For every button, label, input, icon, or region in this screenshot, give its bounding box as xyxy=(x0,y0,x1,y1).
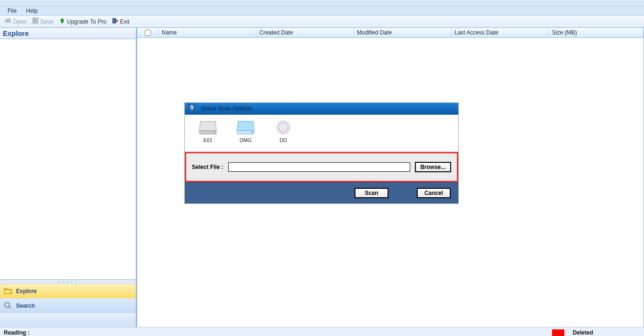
open-label: Open xyxy=(13,18,26,25)
svg-rect-2 xyxy=(34,21,37,23)
format-dd[interactable]: DD xyxy=(272,119,294,143)
format-dd-label: DD xyxy=(280,137,287,143)
svg-point-10 xyxy=(252,132,253,133)
menu-help[interactable]: Help xyxy=(21,7,42,15)
column-created[interactable]: Created Date xyxy=(256,28,354,37)
format-e01[interactable]: E01 xyxy=(197,119,219,143)
column-modified[interactable]: Modified Date xyxy=(354,28,452,37)
column-name[interactable]: Name xyxy=(159,28,256,37)
dialog-title-text: Select Scan Options xyxy=(201,105,252,112)
drive-blue-icon xyxy=(236,119,255,135)
column-select-all[interactable] xyxy=(137,28,159,37)
deleted-swatch xyxy=(552,329,564,336)
format-dmg[interactable]: DMG xyxy=(235,119,256,143)
shield-icon: S xyxy=(187,103,197,115)
column-header-row: Name Created Date Modified Date Last Acc… xyxy=(137,28,644,38)
upgrade-button[interactable]: Upgrade To Pro xyxy=(56,17,109,26)
menubar: File Help xyxy=(0,6,644,15)
toolbar: Open Save Upgrade To Pro Exit xyxy=(0,15,644,28)
dialog-titlebar[interactable]: S Select Scan Options xyxy=(185,103,458,115)
column-lastaccess[interactable]: Last Access Date xyxy=(452,28,549,37)
right-pane: Name Created Date Modified Date Last Acc… xyxy=(137,28,644,327)
disc-icon xyxy=(275,119,291,135)
sidebar-item-explore[interactable]: Explore xyxy=(0,284,136,299)
left-pane: Explore • • • • • Explore Search xyxy=(0,28,137,327)
arrow-up-icon xyxy=(59,17,66,25)
folder-icon xyxy=(4,287,12,296)
select-file-input[interactable] xyxy=(228,162,410,172)
scan-options-dialog: S Select Scan Options E01 xyxy=(184,102,459,204)
scan-button[interactable]: Scan xyxy=(355,188,388,198)
titlebar-strip xyxy=(0,0,644,6)
explore-nav-label: Explore xyxy=(16,288,37,294)
select-file-label: Select File : xyxy=(192,164,223,170)
sidebar-item-search[interactable]: Search xyxy=(0,299,136,313)
dialog-body: E01 DMG xyxy=(185,115,458,152)
select-all-checkbox[interactable] xyxy=(145,30,151,36)
drive-gray-icon xyxy=(198,119,217,135)
save-icon xyxy=(32,17,39,25)
nav-extra-band xyxy=(0,313,136,321)
select-file-band: Select File : Browse... xyxy=(185,152,458,182)
svg-point-8 xyxy=(214,132,215,133)
save-button[interactable]: Save xyxy=(29,17,56,26)
exit-button[interactable]: Exit xyxy=(109,17,132,26)
svg-line-5 xyxy=(9,307,11,309)
exit-icon xyxy=(112,17,119,25)
explore-header: Explore xyxy=(0,28,136,39)
upgrade-label: Upgrade To Pro xyxy=(67,18,107,25)
folder-open-icon xyxy=(5,17,11,25)
svg-point-13 xyxy=(281,126,285,129)
svg-text:S: S xyxy=(190,105,194,110)
cancel-button[interactable]: Cancel xyxy=(417,188,451,198)
tree-area xyxy=(0,39,136,280)
format-e01-label: E01 xyxy=(203,137,213,143)
open-button[interactable]: Open xyxy=(2,17,29,26)
status-reading: Reading : xyxy=(4,329,30,336)
svg-point-4 xyxy=(5,302,9,307)
save-label: Save xyxy=(40,18,53,25)
search-icon xyxy=(4,302,12,311)
grip-handle[interactable]: • • • • • xyxy=(0,280,136,284)
menu-file[interactable]: File xyxy=(3,7,21,15)
svg-rect-9 xyxy=(237,131,254,134)
svg-rect-7 xyxy=(199,131,216,134)
column-size[interactable]: Size (MB) xyxy=(549,28,644,37)
status-deleted: Deleted xyxy=(573,329,593,336)
search-nav-label: Search xyxy=(16,302,35,309)
format-dmg-label: DMG xyxy=(239,137,252,143)
exit-label: Exit xyxy=(120,18,130,25)
nav-blank-band xyxy=(0,321,136,327)
dialog-footer: Scan Cancel xyxy=(185,182,458,203)
statusbar: Reading : Deleted xyxy=(0,327,644,336)
svg-rect-1 xyxy=(33,18,37,20)
browse-button[interactable]: Browse... xyxy=(415,162,451,172)
